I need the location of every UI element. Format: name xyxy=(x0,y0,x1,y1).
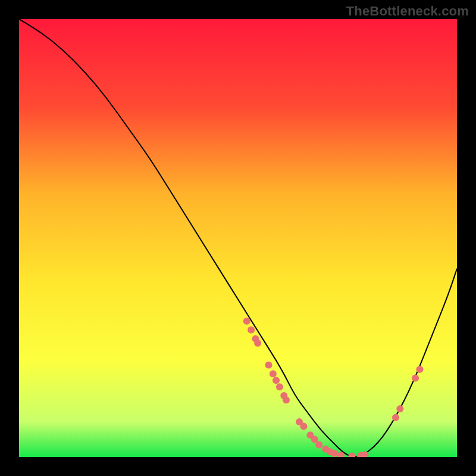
data-point xyxy=(416,366,423,373)
data-point xyxy=(315,441,322,448)
data-point xyxy=(248,327,255,334)
data-point xyxy=(331,450,338,457)
data-point xyxy=(392,414,399,421)
data-point xyxy=(276,383,283,390)
data-point xyxy=(396,405,403,412)
data-point xyxy=(254,340,261,347)
watermark-text: TheBottleneck.com xyxy=(346,4,469,19)
chart-background xyxy=(19,19,457,457)
data-point xyxy=(300,422,307,430)
chart-container xyxy=(19,19,457,457)
data-point xyxy=(265,361,273,368)
bottleneck-chart xyxy=(19,19,457,457)
data-point xyxy=(283,396,290,403)
data-point xyxy=(243,318,250,325)
data-point xyxy=(273,377,280,384)
data-point xyxy=(270,370,277,377)
data-point xyxy=(412,375,419,382)
